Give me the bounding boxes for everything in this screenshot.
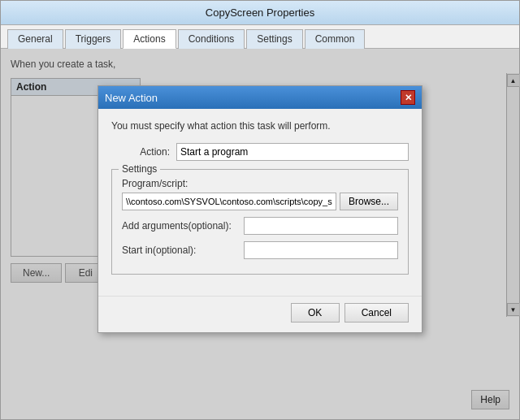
title-bar: CopyScreen Properties — [1, 1, 519, 25]
tab-triggers[interactable]: Triggers — [65, 29, 122, 49]
settings-legend: Settings — [119, 163, 160, 175]
program-script-section: Program/script: Browse... — [122, 178, 398, 210]
browse-button[interactable]: Browse... — [340, 193, 398, 210]
modal-footer: OK Cancel — [98, 296, 422, 332]
tab-conditions[interactable]: Conditions — [178, 29, 245, 49]
tab-actions[interactable]: Actions — [123, 29, 176, 49]
program-script-input[interactable] — [122, 193, 336, 210]
action-label: Action: — [111, 146, 176, 158]
action-select-wrapper: Start a program Send an e-mail Display a… — [176, 143, 409, 161]
window-title: CopyScreen Properties — [206, 6, 314, 19]
start-in-label: Start in(optional): — [122, 245, 244, 256]
modal-description: You must specify what action this task w… — [111, 120, 409, 132]
modal-title: New Action — [105, 92, 158, 104]
program-script-row: Browse... — [122, 193, 398, 210]
settings-group: Settings Program/script: Browse... Add a… — [111, 169, 409, 275]
action-form-row: Action: Start a program Send an e-mail D… — [111, 143, 409, 161]
main-window: CopyScreen Properties General Triggers A… — [0, 0, 520, 420]
add-arguments-row: Add arguments(optional): — [122, 217, 398, 235]
tab-bar: General Triggers Actions Conditions Sett… — [1, 25, 519, 49]
tab-general[interactable]: General — [7, 29, 63, 49]
ok-button[interactable]: OK — [291, 303, 340, 323]
program-script-label: Program/script: — [122, 178, 398, 189]
new-action-dialog: New Action ✕ You must specify what actio… — [98, 85, 422, 333]
action-select[interactable]: Start a program Send an e-mail Display a… — [176, 143, 409, 161]
add-arguments-input[interactable] — [244, 217, 398, 235]
start-in-row: Start in(optional): — [122, 241, 398, 259]
tab-common[interactable]: Common — [305, 29, 366, 49]
cancel-button[interactable]: Cancel — [344, 303, 409, 323]
modal-body: You must specify what action this task w… — [98, 109, 422, 296]
start-in-input[interactable] — [244, 241, 398, 259]
main-content: When you create a task, Action New... Ed… — [1, 49, 519, 419]
modal-overlay: New Action ✕ You must specify what actio… — [1, 49, 519, 419]
tab-settings[interactable]: Settings — [246, 29, 302, 49]
modal-close-button[interactable]: ✕ — [401, 90, 415, 105]
modal-title-bar: New Action ✕ — [98, 86, 422, 109]
add-arguments-label: Add arguments(optional): — [122, 220, 244, 232]
